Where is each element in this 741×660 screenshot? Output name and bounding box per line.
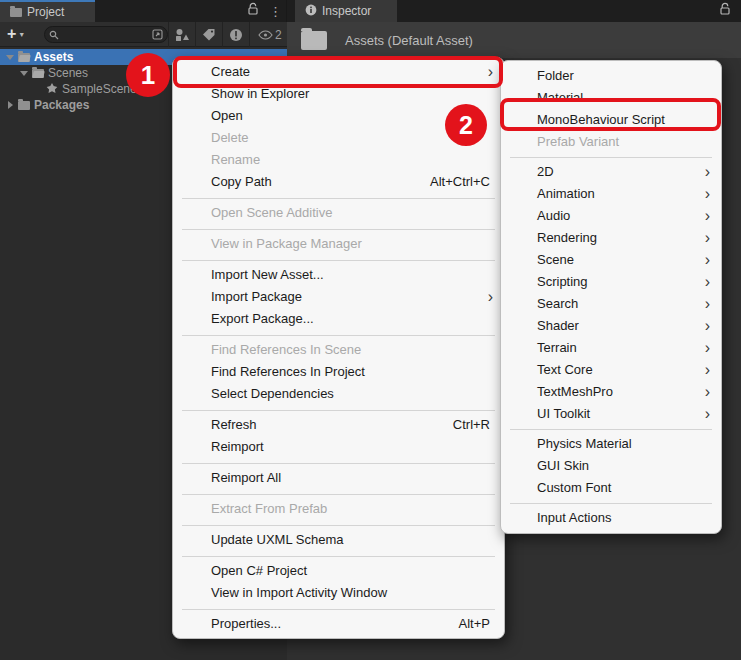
menu-separator [501,425,721,433]
menu-item-ui-toolkit[interactable]: UI Toolkit› [501,403,721,425]
menu-item-label: Audio [537,205,707,227]
menu-separator [173,224,504,233]
menu-item-rendering[interactable]: Rendering› [501,227,721,249]
menu-item-label: Select Dependencies [211,383,490,405]
menu-item-properties[interactable]: Properties...Alt+P [173,613,504,635]
submenu-arrow-icon: › [705,337,710,359]
menu-item-select-dependencies[interactable]: Select Dependencies [173,383,504,405]
menu-item-material[interactable]: Material [501,87,721,109]
menu-item-import-new-asset[interactable]: Import New Asset... [173,264,504,286]
menu-item-label: Rename [211,149,490,171]
menu-item-refresh[interactable]: RefreshCtrl+R [173,414,504,436]
collapse-arrow-icon[interactable] [18,71,30,76]
menu-item-reimport[interactable]: Reimport [173,436,504,458]
menu-item-copy-path[interactable]: Copy PathAlt+Ctrl+C [173,171,504,193]
import-log-button[interactable] [222,22,249,47]
inspector-header: Assets (Default Asset) [287,22,741,58]
menu-item-2d[interactable]: 2D› [501,161,721,183]
menu-item-label: Text Core [537,359,707,381]
menu-item-prefab-variant: Prefab Variant [501,131,721,153]
search-by-type-button[interactable] [168,22,195,47]
expand-arrow-icon[interactable] [4,101,16,109]
menu-item-textmeshpro[interactable]: TextMeshPro› [501,381,721,403]
menu-separator [173,330,504,339]
menu-item-label: Open C# Project [211,560,490,582]
folder-icon [10,8,22,17]
menu-item-label: 2D [537,161,707,183]
menu-separator [173,551,504,560]
menu-item-export-package[interactable]: Export Package... [173,308,504,330]
submenu-arrow-icon: › [705,381,710,403]
menu-separator [173,255,504,264]
unlock-icon[interactable] [719,2,731,20]
menu-item-label: UI Toolkit [537,403,707,425]
info-icon [305,4,317,19]
tab-project[interactable]: Project [0,0,95,22]
menu-item-terrain[interactable]: Terrain› [501,337,721,359]
asset-folder-icon [301,31,327,50]
search-box[interactable] [44,26,168,43]
menu-separator [501,153,721,161]
menu-item-reimport-all[interactable]: Reimport All [173,467,504,489]
hidden-count-toggle[interactable]: 2 [249,22,290,47]
hidden-count: 2 [275,28,282,42]
submenu-arrow-icon: › [488,61,493,83]
tab-inspector[interactable]: Inspector [295,0,397,22]
menu-item-animation[interactable]: Animation› [501,183,721,205]
menu-item-rename: Rename [173,149,504,171]
menu-item-label: Folder [537,65,707,87]
menu-item-view-in-import-activity-window[interactable]: View in Import Activity Window [173,582,504,604]
menu-item-folder[interactable]: Folder [501,65,721,87]
menu-item-label: Scripting [537,271,707,293]
menu-item-input-actions[interactable]: Input Actions [501,507,721,529]
menu-item-gui-skin[interactable]: GUI Skin [501,455,721,477]
menu-separator [501,499,721,507]
menu-item-open-c-project[interactable]: Open C# Project [173,560,504,582]
submenu-arrow-icon: › [488,286,493,308]
menu-item-label: GUI Skin [537,455,707,477]
menu-item-scripting[interactable]: Scripting› [501,271,721,293]
submenu-arrow-icon: › [705,205,710,227]
tree-item-label: Scenes [48,66,88,80]
menu-item-label: Refresh [211,414,429,436]
search-input[interactable] [59,28,152,42]
menu-item-shortcut: Alt+Ctrl+C [430,171,490,193]
search-by-label-button[interactable] [195,22,222,47]
menu-item-search[interactable]: Search› [501,293,721,315]
open-search-window-icon[interactable] [152,26,163,44]
menu-item-audio[interactable]: Audio› [501,205,721,227]
menu-item-update-uxml-schema[interactable]: Update UXML Schema [173,529,504,551]
menu-item-label: Input Actions [537,507,707,529]
more-menu-icon[interactable]: ⋮ [269,4,282,19]
menu-item-create[interactable]: Create› [173,61,504,83]
submenu-arrow-icon: › [705,315,710,337]
folder-open-icon [18,53,30,62]
menu-item-label: Scene [537,249,707,271]
tree-item-label: Assets [34,50,73,64]
inspector-asset-title: Assets (Default Asset) [345,33,473,48]
submenu-arrow-icon: › [705,403,710,425]
menu-item-label: Extract From Prefab [211,498,490,520]
menu-item-label: Material [537,87,707,109]
eye-icon [258,30,273,40]
add-asset-button[interactable]: + ▼ [7,27,25,41]
menu-item-label: Shader [537,315,707,337]
menu-item-physics-material[interactable]: Physics Material [501,433,721,455]
menu-item-show-in-explorer[interactable]: Show in Explorer [173,83,504,105]
menu-item-find-references-in-project[interactable]: Find References In Project [173,361,504,383]
menu-item-custom-font[interactable]: Custom Font [501,477,721,499]
menu-item-label: MonoBehaviour Script [537,109,707,131]
menu-item-scene[interactable]: Scene› [501,249,721,271]
unlock-icon[interactable] [247,2,259,20]
collapse-arrow-icon[interactable] [4,55,16,60]
menu-item-monobehaviour-script[interactable]: MonoBehaviour Script [501,109,721,131]
submenu-arrow-icon: › [705,161,710,183]
menu-item-shader[interactable]: Shader› [501,315,721,337]
project-toolbar: + ▼ 2 [0,22,287,47]
menu-item-import-package[interactable]: Import Package› [173,286,504,308]
menu-item-find-references-in-scene: Find References In Scene [173,339,504,361]
folder-open-icon [32,69,44,78]
menu-item-text-core[interactable]: Text Core› [501,359,721,381]
menu-item-label: Open Scene Additive [211,202,490,224]
menu-item-label: TextMeshPro [537,381,707,403]
